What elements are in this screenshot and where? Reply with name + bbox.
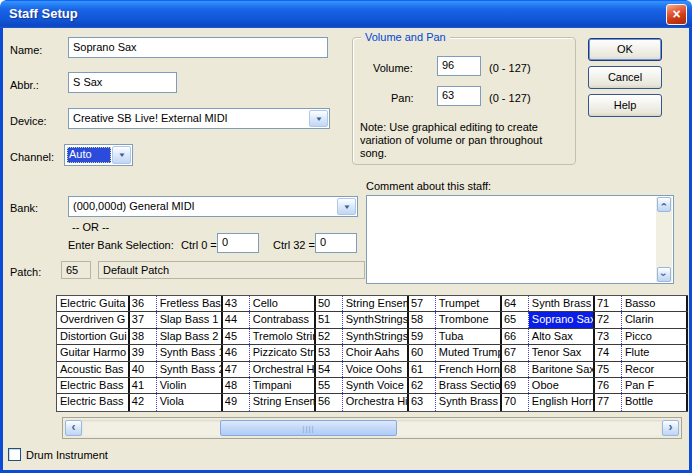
patch-number-cell[interactable]: 70 <box>502 394 529 410</box>
patch-table[interactable]: Electric Guita36Fretless Bas43Cello50Str… <box>56 295 688 412</box>
patch-name-cell[interactable]: Acoustic Bas <box>57 362 130 377</box>
patch-name-cell[interactable]: Oboe <box>529 378 595 393</box>
volume-input[interactable]: 96 <box>437 56 481 76</box>
patch-name-cell[interactable]: Tuba <box>436 329 502 344</box>
patch-name-cell[interactable]: English Horn <box>529 394 595 410</box>
patch-number-cell[interactable]: 62 <box>409 378 436 393</box>
patch-name-cell[interactable]: Slap Bass 2 <box>157 329 223 344</box>
scroll-right-button[interactable]: › <box>662 420 679 436</box>
patch-name-cell[interactable]: Orchestral H <box>250 362 316 377</box>
patch-number-cell[interactable]: 65 <box>502 312 529 327</box>
patch-number-cell[interactable]: 45 <box>223 329 250 344</box>
patch-name-cell[interactable]: Distortion Gui <box>57 329 130 344</box>
patch-name-cell[interactable]: Electric Guita <box>57 296 130 311</box>
patch-number-cell[interactable]: 72 <box>595 312 622 327</box>
drum-instrument-checkbox[interactable] <box>8 448 21 461</box>
patch-name-cell[interactable]: Synth Bass 2 <box>157 362 223 377</box>
patch-number-cell[interactable]: 75 <box>595 362 622 377</box>
patch-name-cell[interactable]: Slap Bass 1 <box>157 312 223 327</box>
patch-number-cell[interactable]: 69 <box>502 378 529 393</box>
cancel-button[interactable]: Cancel <box>588 66 662 89</box>
patch-number-cell[interactable]: 43 <box>223 296 250 311</box>
patch-name-cell[interactable]: Flute <box>622 345 688 360</box>
patch-number-cell[interactable]: 52 <box>316 329 343 344</box>
patch-name-cell[interactable]: Orchestra Hit <box>343 394 409 410</box>
patch-name-cell[interactable]: Choir Aahs <box>343 345 409 360</box>
patch-name-cell[interactable]: Fretless Bas <box>157 296 223 311</box>
patch-name-cell[interactable]: Synth Brass <box>529 296 595 311</box>
horizontal-scrollbar[interactable]: ‹ |||| › <box>65 420 679 436</box>
patch-number-cell[interactable]: 74 <box>595 345 622 360</box>
ok-button[interactable]: OK <box>588 38 662 61</box>
abbr-input[interactable]: S Sax <box>68 72 177 93</box>
device-dropdown-button[interactable]: ▼ <box>309 110 328 127</box>
bank-dropdown-button[interactable]: ▼ <box>337 198 356 215</box>
close-button[interactable]: × <box>666 4 687 25</box>
patch-name-cell[interactable]: Timpani <box>250 378 316 393</box>
patch-name-cell[interactable]: Trumpet <box>436 296 502 311</box>
patch-number-cell[interactable]: 53 <box>316 345 343 360</box>
patch-number-cell[interactable]: 42 <box>130 394 157 410</box>
title-bar[interactable]: Staff Setup × <box>0 0 692 28</box>
patch-number-cell[interactable]: 58 <box>409 312 436 327</box>
patch-name-cell[interactable]: Clarin <box>622 312 688 327</box>
patch-number-cell[interactable]: 71 <box>595 296 622 311</box>
patch-number-cell[interactable]: 47 <box>223 362 250 377</box>
patch-number-cell[interactable]: 60 <box>409 345 436 360</box>
ctrl32-input[interactable]: 0 <box>315 233 357 253</box>
channel-combobox[interactable]: Auto ▼ <box>64 144 133 166</box>
ctrl0-input[interactable]: 0 <box>217 233 259 253</box>
patch-name-cell[interactable]: Contrabass <box>250 312 316 327</box>
pan-input[interactable]: 63 <box>437 86 481 106</box>
patch-name-cell[interactable]: Synth Brass <box>436 394 502 410</box>
name-input[interactable]: Soprano Sax <box>68 37 328 58</box>
patch-number-cell[interactable]: 56 <box>316 394 343 410</box>
drum-instrument-label[interactable]: Drum Instrument <box>26 449 108 461</box>
patch-name-cell[interactable]: Bottle <box>622 394 688 410</box>
scrollbar-thumb[interactable]: |||| <box>220 420 397 436</box>
patch-number-cell[interactable]: 37 <box>130 312 157 327</box>
patch-name-cell[interactable]: Viola <box>157 394 223 410</box>
channel-dropdown-button[interactable]: ▼ <box>112 146 131 164</box>
patch-number-cell[interactable]: 41 <box>130 378 157 393</box>
patch-number-cell[interactable]: 48 <box>223 378 250 393</box>
patch-number-cell[interactable]: 55 <box>316 378 343 393</box>
device-combobox[interactable]: Creative SB Live! External MIDI ▼ <box>68 108 330 129</box>
patch-name-cell[interactable]: Brass Sectio <box>436 378 502 393</box>
patch-name-cell[interactable]: Alto Sax <box>529 329 595 344</box>
patch-number-cell[interactable]: 77 <box>595 394 622 410</box>
patch-name-cell[interactable]: French Horn <box>436 362 502 377</box>
patch-number-cell[interactable]: 50 <box>316 296 343 311</box>
patch-number-cell[interactable]: 59 <box>409 329 436 344</box>
patch-name-cell[interactable]: Recor <box>622 362 688 377</box>
patch-number-cell[interactable]: 54 <box>316 362 343 377</box>
patch-name-cell[interactable]: Overdriven G <box>57 312 130 327</box>
patch-name-cell[interactable]: Cello <box>250 296 316 311</box>
patch-name-cell[interactable]: Baritone Sax <box>529 362 595 377</box>
patch-cell-selected[interactable]: Soprano Sax <box>529 312 595 327</box>
patch-name-cell[interactable]: Pan F <box>622 378 688 393</box>
bank-combobox[interactable]: (000,000d) General MIDI ▼ <box>68 196 358 217</box>
patch-name-cell[interactable]: Violin <box>157 378 223 393</box>
patch-name-cell[interactable]: Muted Trump <box>436 345 502 360</box>
patch-number-cell[interactable]: 39 <box>130 345 157 360</box>
patch-name-cell[interactable]: Tremolo Strin <box>250 329 316 344</box>
patch-name-cell[interactable]: Electric Bass <box>57 394 130 410</box>
comment-scroll-up-button[interactable]: › <box>657 197 671 212</box>
patch-name-cell[interactable]: Synth Voice <box>343 378 409 393</box>
patch-name-cell[interactable]: Basso <box>622 296 688 311</box>
patch-number-cell[interactable]: 38 <box>130 329 157 344</box>
patch-number-cell[interactable]: 66 <box>502 329 529 344</box>
patch-number-cell[interactable]: 61 <box>409 362 436 377</box>
comment-vertical-scrollbar[interactable]: › › <box>656 197 672 282</box>
scrollbar-track[interactable]: |||| <box>82 420 662 436</box>
patch-name-cell[interactable]: Synth Bass 1 <box>157 345 223 360</box>
comment-scroll-down-button[interactable]: › <box>657 267 671 282</box>
patch-number-cell[interactable]: 46 <box>223 345 250 360</box>
scroll-left-button[interactable]: ‹ <box>65 420 82 436</box>
patch-name-cell[interactable]: Pizzicato Stri <box>250 345 316 360</box>
patch-name-cell[interactable]: SynthStrings <box>343 312 409 327</box>
patch-name-cell[interactable]: Guitar Harmo <box>57 345 130 360</box>
patch-number-cell[interactable]: 68 <box>502 362 529 377</box>
comment-textarea[interactable]: › › <box>366 195 674 284</box>
